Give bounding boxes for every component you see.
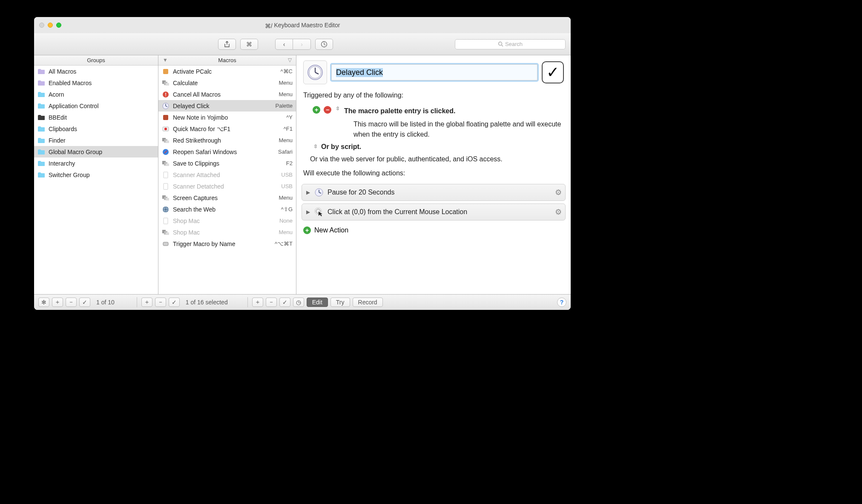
macro-name-field[interactable]: Delayed Click bbox=[331, 64, 537, 80]
search-placeholder: Search bbox=[505, 41, 523, 47]
actions-button[interactable]: ⌘ bbox=[240, 39, 258, 50]
macro-row[interactable]: Red StrikethroughMenu bbox=[158, 135, 296, 146]
add-trigger-button[interactable]: + bbox=[313, 106, 320, 114]
macro-shortcut: Menu bbox=[279, 137, 293, 143]
triggered-by-label: Triggered by any of the following: bbox=[303, 90, 564, 100]
help-button[interactable]: ? bbox=[557, 298, 566, 307]
script-reorder-icon[interactable]: ⇳ bbox=[313, 144, 318, 149]
disclosure-icon[interactable]: ▶ bbox=[305, 209, 310, 215]
macro-shortcut: ^F1 bbox=[284, 126, 293, 132]
folder-icon bbox=[37, 160, 45, 167]
macro-icon bbox=[162, 172, 170, 178]
group-settings-button[interactable]: ✻ bbox=[38, 298, 49, 307]
macros-list[interactable]: Activate PCalc^⌘CCalculateMenu!Cancel Al… bbox=[158, 66, 296, 294]
try-button[interactable]: Try bbox=[330, 298, 350, 307]
macro-row[interactable]: Activate PCalc^⌘C bbox=[158, 66, 296, 77]
trigger-reorder-icon[interactable]: ⇳ bbox=[336, 106, 340, 111]
macro-label: Scanner Attached bbox=[173, 172, 278, 178]
zoom-button[interactable] bbox=[56, 23, 61, 28]
gear-icon[interactable]: ⚙ bbox=[555, 188, 562, 197]
group-row[interactable]: Clipboards bbox=[34, 123, 158, 135]
add-macro-button[interactable]: ＋ bbox=[141, 298, 152, 307]
macro-row[interactable]: Shop MacMenu bbox=[158, 226, 296, 238]
macro-icon: ! bbox=[162, 91, 170, 98]
groups-list[interactable]: All MacrosEnabled MacrosAcornApplication… bbox=[34, 66, 158, 294]
macro-row[interactable]: Trigger Macro by Name^⌥⌘T bbox=[158, 238, 296, 249]
sort-type-icon[interactable]: ▼ bbox=[163, 57, 168, 63]
macro-icon bbox=[162, 80, 170, 86]
group-row[interactable]: Global Macro Group bbox=[34, 146, 158, 158]
macro-enabled-checkbox[interactable]: ✓ bbox=[542, 61, 564, 83]
enable-group-button[interactable]: ✓ bbox=[79, 298, 90, 307]
window-title: ⌘/ Keyboard Maestro Editor bbox=[34, 22, 571, 29]
macro-icon bbox=[162, 241, 170, 247]
gear-icon[interactable]: ⚙ bbox=[555, 207, 562, 217]
groups-header[interactable]: Groups bbox=[34, 55, 158, 66]
group-row[interactable]: Enabled Macros bbox=[34, 77, 158, 89]
macro-row[interactable]: Shop MacNone bbox=[158, 215, 296, 226]
group-row[interactable]: Application Control bbox=[34, 100, 158, 112]
group-label: Acorn bbox=[49, 91, 155, 98]
action-pause[interactable]: ▶ Pause for 20 Seconds ⚙ bbox=[302, 184, 566, 201]
macro-row[interactable]: Search the Web^⇧G bbox=[158, 203, 296, 215]
macro-shortcut: ^⇧G bbox=[281, 206, 293, 212]
macro-row[interactable]: !Cancel All MacrosMenu bbox=[158, 89, 296, 100]
record-button[interactable]: Record bbox=[353, 298, 383, 307]
remove-macro-button[interactable]: － bbox=[155, 298, 166, 307]
new-action-row[interactable]: + New Action bbox=[296, 223, 571, 238]
search-field[interactable]: Search bbox=[455, 39, 566, 49]
forward-button[interactable]: › bbox=[293, 39, 311, 50]
action-label: Pause for 20 Seconds bbox=[328, 189, 552, 196]
macro-row[interactable]: CalculateMenu bbox=[158, 77, 296, 89]
group-row[interactable]: Acorn bbox=[34, 89, 158, 100]
svg-rect-34 bbox=[163, 242, 168, 246]
group-row[interactable]: Interarchy bbox=[34, 158, 158, 169]
group-label: Interarchy bbox=[49, 160, 155, 167]
or-script-label[interactable]: Or by script. bbox=[321, 142, 361, 152]
history-button[interactable] bbox=[315, 39, 333, 50]
macro-row[interactable]: Delayed ClickPalette bbox=[158, 100, 296, 112]
folder-icon bbox=[37, 137, 45, 144]
group-row[interactable]: Finder bbox=[34, 135, 158, 146]
remove-group-button[interactable]: － bbox=[66, 298, 77, 307]
remove-trigger-button[interactable]: − bbox=[324, 106, 331, 114]
enable-macro-button[interactable]: ✓ bbox=[169, 298, 180, 307]
macro-row[interactable]: Screen CapturesMenu bbox=[158, 192, 296, 203]
timer-action-button[interactable]: ◷ bbox=[293, 298, 304, 307]
add-group-button[interactable]: ＋ bbox=[52, 298, 63, 307]
macro-label: Calculate bbox=[173, 80, 275, 86]
add-action-footer-button[interactable]: ＋ bbox=[252, 298, 263, 307]
action-click[interactable]: ▶ Click at (0,0) from the Current Mouse … bbox=[302, 203, 566, 220]
minimize-button[interactable] bbox=[48, 23, 53, 28]
macro-type-icon[interactable] bbox=[303, 60, 327, 84]
macro-row[interactable]: Save to ClippingsF2 bbox=[158, 158, 296, 169]
svg-rect-33 bbox=[166, 232, 169, 235]
macro-header: Delayed Click ✓ bbox=[303, 60, 564, 84]
macro-row[interactable]: Scanner DetatchedUSB bbox=[158, 180, 296, 192]
trigger-row: + − ⇳ The macro palette entry is clicked… bbox=[303, 104, 564, 118]
back-button[interactable]: ‹ bbox=[275, 39, 293, 50]
sort-trigger-icon[interactable]: ▽ bbox=[288, 57, 292, 63]
trigger-label[interactable]: The macro palette entry is clicked. bbox=[344, 106, 455, 116]
edit-button[interactable]: Edit bbox=[307, 298, 328, 307]
nav-buttons: ‹ › bbox=[275, 39, 311, 50]
group-row[interactable]: Switcher Group bbox=[34, 169, 158, 180]
macro-label: Delayed Click bbox=[173, 103, 272, 109]
remove-action-footer-button[interactable]: － bbox=[266, 298, 277, 307]
add-action-button[interactable]: + bbox=[303, 226, 311, 234]
group-label: Switcher Group bbox=[49, 172, 155, 178]
macros-header[interactable]: ▼ Macros ▽ bbox=[158, 55, 296, 66]
disclosure-icon[interactable]: ▶ bbox=[305, 189, 310, 195]
close-button[interactable] bbox=[39, 23, 44, 28]
share-button[interactable] bbox=[218, 39, 236, 50]
cursor-icon bbox=[314, 207, 324, 217]
macro-row[interactable]: Reopen Safari WindowsSafari bbox=[158, 146, 296, 158]
macro-row[interactable]: Quick Macro for ⌥F1^F1 bbox=[158, 123, 296, 135]
will-execute-label: Will execute the following actions: bbox=[303, 168, 564, 178]
macro-row[interactable]: New Note in Yojimbo^Y bbox=[158, 112, 296, 123]
macro-row[interactable]: Scanner AttachedUSB bbox=[158, 169, 296, 180]
enable-action-footer-button[interactable]: ✓ bbox=[279, 298, 290, 307]
folder-icon bbox=[37, 126, 45, 132]
group-row[interactable]: BBEdit bbox=[34, 112, 158, 123]
group-row[interactable]: All Macros bbox=[34, 66, 158, 77]
